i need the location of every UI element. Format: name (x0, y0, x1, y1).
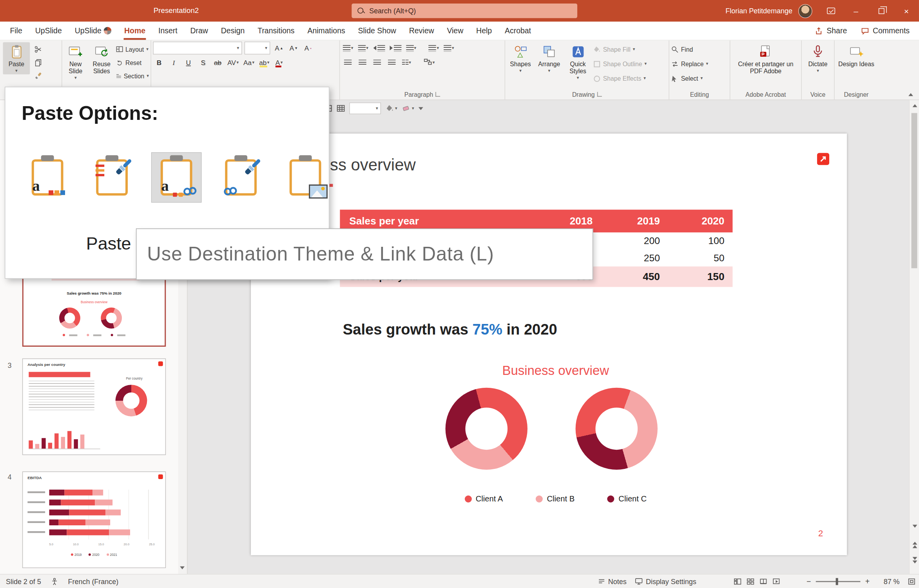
reading-view-button[interactable] (759, 578, 767, 585)
tab-draw[interactable]: Draw (184, 22, 214, 40)
paste-option-picture[interactable] (281, 153, 330, 202)
decrease-indent-button[interactable] (372, 42, 386, 54)
reset-button[interactable]: Reset (116, 57, 149, 69)
dictate-button[interactable]: Dictate▾ (805, 42, 832, 74)
slideshow-view-button[interactable] (772, 578, 780, 585)
clear-formatting-button[interactable]: A▪ (302, 42, 314, 54)
strikethrough-button[interactable]: ab (212, 57, 224, 69)
donut-chart-left[interactable] (446, 388, 527, 470)
more-options-button[interactable] (418, 107, 423, 110)
section-button[interactable]: Section▾ (116, 70, 149, 82)
zoom-slider-handle[interactable] (836, 578, 838, 585)
previous-slide-button[interactable] (911, 541, 918, 549)
close-button[interactable]: × (894, 0, 919, 22)
align-center-button[interactable] (356, 57, 368, 69)
convert-smartart-button[interactable]: ▾ (422, 57, 436, 69)
shape-effects-button[interactable]: Shape Effects▾ (593, 72, 662, 84)
shapes-button[interactable]: Shapes▾ (507, 42, 534, 74)
share-button[interactable]: Share (815, 26, 847, 35)
minimize-button[interactable]: – (843, 0, 868, 22)
replace-button[interactable]: Replace▾ (671, 58, 708, 70)
italic-button[interactable]: I (168, 57, 180, 69)
slide[interactable]: ss overview Sales per year 2018 2019 202… (251, 134, 847, 555)
paragraph-dialog-launcher-icon[interactable] (435, 92, 440, 96)
growth-text[interactable]: Sales growth was 75% in 2020 (343, 321, 557, 338)
scroll-down-button[interactable] (180, 561, 185, 572)
copy-button[interactable] (32, 57, 44, 69)
paste-special-menu-item[interactable]: Paste (86, 234, 131, 254)
tab-upslide-2[interactable]: UpSlide (68, 22, 118, 40)
text-direction-button[interactable]: ▾ (428, 42, 440, 54)
display-settings-button[interactable]: Display Settings (635, 577, 696, 585)
slide-indicator[interactable]: Slide 2 of 5 (6, 577, 41, 585)
normal-view-button[interactable] (734, 578, 741, 585)
new-slide-button[interactable]: New Slide▾ (64, 42, 87, 81)
zoom-slider[interactable] (816, 581, 861, 582)
zoom-percentage[interactable]: 87 % (879, 577, 900, 585)
maximize-button[interactable] (868, 0, 894, 22)
decrease-font-size-button[interactable]: A▾ (287, 42, 299, 54)
font-name-combobox[interactable]: ▾ (153, 42, 242, 54)
upslide-link-flag-icon[interactable] (817, 153, 829, 165)
align-right-button[interactable] (371, 57, 383, 69)
text-shadow-button[interactable]: S (197, 57, 209, 69)
slide-4-thumbnail[interactable]: EBITDA 5.010.015.020.025.0 2019 2020 202… (22, 471, 166, 568)
slide-title[interactable]: ss overview (330, 156, 416, 175)
shape-fill-button[interactable]: Shape Fill▾ (593, 43, 662, 55)
highlight-color-button[interactable]: ab▾ (258, 57, 270, 69)
zoom-in-button[interactable]: + (865, 577, 870, 586)
tab-design[interactable]: Design (214, 22, 251, 40)
paste-option-use-destination-theme-link-data[interactable]: a (152, 153, 201, 202)
accessibility-checker-button[interactable] (51, 577, 59, 585)
tab-animations[interactable]: Animations (301, 22, 352, 40)
pen-weight-dropdown[interactable]: ▾ (349, 103, 381, 114)
font-size-combobox[interactable]: ▾ (245, 42, 270, 54)
collapse-ribbon-button[interactable] (908, 88, 913, 98)
underline-button[interactable]: U (182, 57, 194, 69)
columns-button[interactable]: ▾ (400, 57, 412, 69)
tab-upslide-1[interactable]: UpSlide (29, 22, 68, 40)
bullets-button[interactable]: ▾ (342, 42, 355, 54)
font-color-button[interactable]: A▾ (273, 57, 285, 69)
scroll-up-button[interactable] (911, 101, 918, 110)
character-spacing-button[interactable]: AV▾ (226, 57, 240, 69)
tab-help[interactable]: Help (470, 22, 498, 40)
zoom-out-button[interactable]: − (806, 577, 812, 586)
increase-indent-button[interactable] (388, 42, 402, 54)
create-pdf-button[interactable]: Créer et partager un PDF Adobe (734, 42, 798, 76)
slide-3-thumbnail[interactable]: Analysis per country Per country (22, 358, 166, 455)
donut-chart-right[interactable] (576, 388, 658, 470)
tab-view[interactable]: View (440, 22, 470, 40)
comments-button[interactable]: Comments (861, 26, 910, 35)
fit-slide-to-window-button[interactable] (908, 578, 915, 585)
tab-home[interactable]: Home (118, 22, 152, 40)
tab-acrobat[interactable]: Acrobat (498, 22, 538, 40)
format-painter-button[interactable] (32, 70, 44, 82)
scroll-down-button[interactable] (911, 522, 918, 530)
tab-slide-show[interactable]: Slide Show (352, 22, 402, 40)
slide-sorter-view-button[interactable] (747, 578, 754, 585)
avatar[interactable] (798, 4, 812, 18)
increase-font-size-button[interactable]: A▴ (272, 42, 285, 54)
language-indicator[interactable]: French (France) (68, 577, 119, 585)
chart-title[interactable]: Business overview (274, 363, 837, 378)
vertical-scrollbar[interactable] (909, 100, 919, 574)
paste-option-keep-source-formatting[interactable]: a (23, 153, 72, 202)
notes-button[interactable]: Notes (598, 577, 627, 585)
arrange-button[interactable]: Arrange▾ (536, 42, 563, 74)
quick-styles-button[interactable]: Quick Styles▾ (564, 42, 591, 81)
select-button[interactable]: Select▾ (671, 72, 708, 84)
paste-button[interactable]: Paste ▾ (3, 42, 30, 74)
tab-transitions[interactable]: Transitions (251, 22, 301, 40)
scrollbar-thumb[interactable] (912, 113, 917, 268)
eraser-button[interactable]: ▾ (401, 104, 414, 112)
design-ideas-button[interactable]: Design Ideas (837, 42, 875, 69)
layout-button[interactable]: Layout▾ (116, 43, 149, 55)
numbering-button[interactable]: ▾ (357, 42, 370, 54)
ribbon-display-options-button[interactable] (818, 0, 843, 22)
next-slide-button[interactable] (911, 556, 918, 564)
drawing-dialog-launcher-icon[interactable] (597, 92, 602, 96)
cut-button[interactable] (32, 43, 44, 55)
find-button[interactable]: Find (671, 43, 708, 55)
reuse-slides-button[interactable]: Reuse Slides (89, 42, 114, 76)
